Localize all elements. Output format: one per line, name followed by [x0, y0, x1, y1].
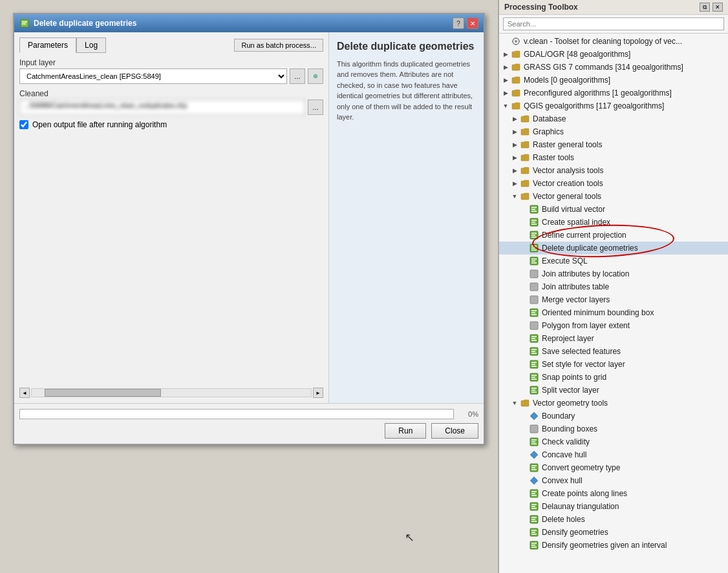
- svg-marker-63: [530, 451, 538, 459]
- main-dialog: Delete duplicate geometries ? ✕ Paramete…: [13, 13, 485, 445]
- tab-log[interactable]: Log: [76, 37, 106, 53]
- tree-item-vector_geometry[interactable]: ▼Vector geometry tools: [499, 397, 728, 410]
- tree-item-boundary[interactable]: Boundary: [499, 410, 728, 422]
- expand-arrow: ▼: [502, 101, 509, 110]
- expand-arrow: ▶: [511, 179, 519, 188]
- expand-arrow: [520, 373, 528, 382]
- svg-rect-0: [21, 19, 28, 27]
- tree-item-grass[interactable]: ▶GRASS GIS 7 commands [314 geoalgorithms…: [499, 61, 728, 74]
- svg-rect-36: [530, 322, 538, 329]
- tabs-row: Parameters Log Run as batch process...: [19, 37, 323, 53]
- toolbox-restore-btn[interactable]: ⧉: [700, 3, 710, 12]
- h-scrollbar[interactable]: [31, 388, 312, 397]
- toolbox-close-btn[interactable]: ✕: [712, 3, 723, 12]
- browse-btn[interactable]: …: [290, 68, 305, 84]
- tree-item-icon: [520, 152, 530, 163]
- tree-item-preconfigured[interactable]: ▶Preconfigured algorithms [1 geoalgorith…: [499, 87, 728, 99]
- expand-arrow: ▼: [511, 192, 519, 201]
- tree-item-concave_hull[interactable]: Concave hull: [499, 448, 728, 461]
- tree-item-save_selected[interactable]: Save selected features: [499, 345, 728, 358]
- expand-arrow: [502, 37, 509, 46]
- tree-item-qgis[interactable]: ▼QGIS geoalgorithms [117 geoalgorithms]: [499, 99, 728, 112]
- input-layer-combo[interactable]: CatchmentAreasLines_clean [EPSG:5849]: [19, 68, 287, 84]
- tree-item-icon: [529, 475, 539, 486]
- close-title-btn[interactable]: ✕: [467, 17, 478, 29]
- output-browse-btn[interactable]: …: [308, 99, 323, 115]
- tree-item-snap_points[interactable]: Snap points to grid: [499, 371, 728, 384]
- tree-item-create_spatial[interactable]: Create spatial index: [499, 216, 728, 229]
- h-scroll-thumb: [45, 389, 161, 397]
- tree-item-vector_creation[interactable]: ▶Vector creation tools: [499, 177, 728, 190]
- batch-process-btn[interactable]: Run as batch process...: [234, 39, 323, 52]
- tree-item-densify_interval[interactable]: Densify geometries given an interval: [499, 539, 728, 552]
- tree-item-label: Join attributes table: [542, 282, 609, 291]
- tree-item-check_validity[interactable]: Check validity: [499, 435, 728, 448]
- tab-parameters[interactable]: Parameters: [19, 37, 76, 53]
- tree-item-icon: [520, 114, 530, 124]
- svg-point-4: [515, 40, 517, 43]
- tree-item-icon: [529, 437, 539, 447]
- tree-item-bounding_boxes[interactable]: Bounding boxes: [499, 422, 728, 435]
- tree-item-merge_vector[interactable]: Merge vector layers: [499, 293, 728, 306]
- tree-item-delete_holes[interactable]: Delete holes: [499, 513, 728, 526]
- svg-rect-29: [530, 270, 538, 278]
- tree-item-vclean[interactable]: v.clean - Toolset for cleaning topology …: [499, 35, 728, 48]
- input-layer-section: Input layer CatchmentAreasLines_clean [E…: [19, 58, 323, 84]
- tree-item-join_attributes[interactable]: Join attributes table: [499, 280, 728, 293]
- tree-item-set_style[interactable]: Set style for vector layer: [499, 358, 728, 371]
- tree-item-label: Check validity: [542, 437, 590, 446]
- toolbox-header-buttons: ⧉ ✕: [700, 3, 723, 12]
- tree-item-execute_sql[interactable]: Execute SQL: [499, 255, 728, 267]
- tree-item-models[interactable]: ▶Models [0 geoalgorithms]: [499, 74, 728, 87]
- help-title-btn[interactable]: ?: [453, 17, 464, 29]
- tree-item-delete_duplicate[interactable]: Delete duplicate geometries: [499, 242, 728, 255]
- open-output-label: Open output file after running algorithm: [32, 120, 167, 129]
- tree-item-gdal[interactable]: ▶GDAL/OGR [48 geoalgorithms]: [499, 48, 728, 61]
- tree-item-label: Merge vector layers: [542, 295, 610, 304]
- scroll-right-btn[interactable]: ►: [313, 388, 323, 398]
- tree-item-icon: [520, 398, 530, 408]
- tree-item-polygon_from_extent[interactable]: Polygon from layer extent: [499, 319, 728, 332]
- close-dialog-btn[interactable]: Close: [431, 423, 478, 439]
- expand-arrow: ▶: [502, 76, 509, 85]
- tree-item-join_by_location[interactable]: Join attributes by location: [499, 267, 728, 280]
- tree-item-label: GDAL/OGR [48 geoalgorithms]: [524, 50, 630, 59]
- run-btn[interactable]: Run: [385, 423, 426, 439]
- tree-item-convex_hull[interactable]: Convex hull: [499, 474, 728, 487]
- tree-item-label: Reproject layer: [542, 334, 594, 343]
- tree-item-label: Delete holes: [542, 515, 585, 524]
- scroll-left-btn[interactable]: ◄: [19, 388, 30, 398]
- tree-item-database[interactable]: ▶Database: [499, 112, 728, 125]
- expand-arrow: [520, 205, 528, 214]
- tree-item-oriented_bounding[interactable]: Oriented minimum bounding box: [499, 306, 728, 319]
- tree-item-graphics[interactable]: ▶Graphics: [499, 125, 728, 138]
- expand-arrow: [520, 256, 528, 266]
- tree-item-delaunay[interactable]: Delaunay triangulation: [499, 500, 728, 513]
- expand-arrow: [520, 386, 528, 395]
- tree-item-label: v.clean - Toolset for cleaning topology …: [524, 37, 682, 46]
- tree-item-icon: [529, 385, 539, 395]
- tree-item-define_projection[interactable]: Define current projection: [499, 229, 728, 242]
- tree-item-vector_analysis[interactable]: ▶Vector analysis tools: [499, 164, 728, 177]
- expand-arrow: [520, 308, 528, 317]
- tree-item-vector_general[interactable]: ▼Vector general tools: [499, 190, 728, 203]
- tree-item-icon: [529, 424, 539, 434]
- tree-item-label: Raster tools: [533, 153, 574, 162]
- tree-item-reproject[interactable]: Reproject layer: [499, 332, 728, 345]
- tree-item-raster_general[interactable]: ▶Raster general tools: [499, 138, 728, 151]
- crs-btn[interactable]: ⊕: [308, 68, 323, 84]
- progress-row: 0%: [19, 409, 478, 419]
- tree-item-split_vector[interactable]: Split vector layer: [499, 384, 728, 397]
- tree-item-label: Vector analysis tools: [533, 166, 603, 175]
- tree-item-label: Set style for vector layer: [542, 360, 625, 369]
- processing-toolbox: Processing Toolbox ⧉ ✕ v.clean - Toolset…: [498, 0, 728, 573]
- toolbox-search-input[interactable]: [503, 17, 724, 30]
- tree-item-icon: [529, 256, 539, 266]
- tree-item-build_virtual[interactable]: Build virtual vector: [499, 203, 728, 216]
- tree-item-raster_tools[interactable]: ▶Raster tools: [499, 151, 728, 164]
- tree-item-densify[interactable]: Densify geometries: [499, 526, 728, 539]
- open-output-checkbox[interactable]: [19, 120, 28, 129]
- tree-item-convert_geometry[interactable]: Convert geometry type: [499, 461, 728, 474]
- expand-arrow: [520, 334, 528, 343]
- tree-item-create_points_along[interactable]: Create points along lines: [499, 487, 728, 500]
